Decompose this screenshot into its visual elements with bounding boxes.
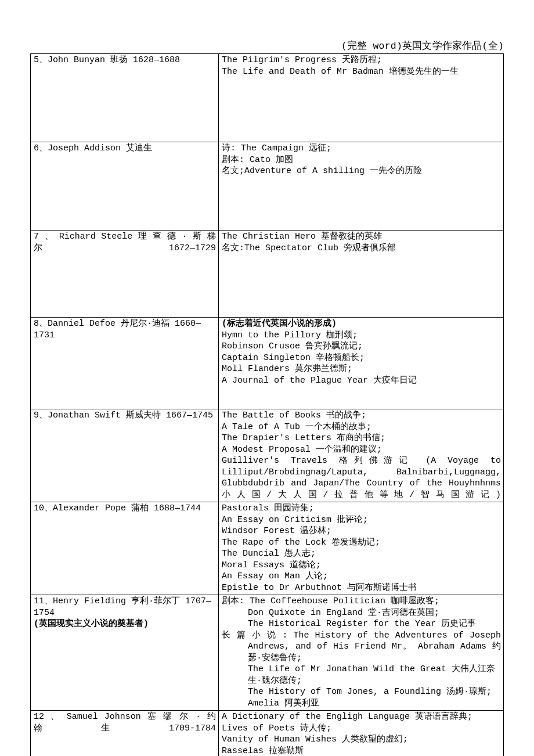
text-line: The Historical Register for the Year 历史记… <box>222 618 501 630</box>
text-line: The History of Tom Jones, a Foundling 汤姆… <box>222 686 501 698</box>
text-line: 11、Henry Fielding 亨利·菲尔丁 1707—1754 <box>34 596 216 618</box>
text-line: An Essay on Man 人论; <box>222 571 501 582</box>
page-header: (完整 word)英国文学作家作品(全) <box>30 39 504 52</box>
text-line: 10、Alexander Pope 蒲柏 1688—1744 <box>34 503 216 514</box>
works-cell: 诗: The Campaign 远征;剧本: Cato 加图名文;Adventu… <box>218 142 503 231</box>
author-cell: 11、Henry Fielding 亨利·菲尔丁 1707—1754 (英国现实… <box>31 595 219 711</box>
text-line: 剧本: Cato 加图 <box>222 154 501 166</box>
table-row: 11、Henry Fielding 亨利·菲尔丁 1707—1754 (英国现实… <box>31 595 504 711</box>
author-cell: 12 、 Samuel Johnson 塞 缪 尔 · 约 翰 生 1709-1… <box>31 711 219 757</box>
text-line: The Drapier's Letters 布商的书信; <box>222 433 501 444</box>
text-line: The Rape of the Lock 卷发遇劫记; <box>222 537 501 549</box>
text-line: A Journal of the Plague Year 大疫年日记 <box>222 375 501 387</box>
text-line: Amelia 阿美利亚 <box>222 698 501 710</box>
table-row: 5、John Bunyan 班扬 1628—1688The Pilgrim's … <box>31 54 504 142</box>
works-cell: A Dictionary of the Engligh Language 英语语… <box>218 711 503 757</box>
text-line: Epistle to Dr Arbuthnot 与阿布斯诺博士书 <box>222 582 501 594</box>
authors-table: 5、John Bunyan 班扬 1628—1688The Pilgrim's … <box>30 53 504 756</box>
text-line: 诗: The Campaign 远征; <box>222 143 501 154</box>
text-line: Guilliver's Travels 格列佛游记 (A Voyage to L… <box>222 455 501 501</box>
works-cell: (标志着近代英国小说的形成)Hymn to the Pillory 枷刑颂;Ro… <box>218 318 503 409</box>
text-line: The Pilgrim's Progress 天路历程; <box>222 55 501 66</box>
text-line: 8、Danniel Defoe 丹尼尔·迪福 1660—1731 <box>34 318 216 341</box>
text-line: The Life of Mr Jonathan Wild the Great 大… <box>222 664 501 686</box>
works-cell: The Battle of Books 书的战争;A Tale of A Tub… <box>218 409 503 502</box>
text-line: Robinson Crusoe 鲁宾孙飘流记; <box>222 341 501 352</box>
text-line: A Modest Proposal 一个温和的建议; <box>222 444 501 456</box>
text-line: Windsor Forest 温莎林; <box>222 525 501 537</box>
document-page: (完整 word)英国文学作家作品(全) 5、John Bunyan 班扬 16… <box>0 0 534 756</box>
author-cell: 9、Jonathan Swift 斯威夫特 1667—1745 <box>31 409 219 502</box>
author-cell: 8、Danniel Defoe 丹尼尔·迪福 1660—1731 <box>31 318 219 409</box>
table-row: 9、Jonathan Swift 斯威夫特 1667—1745The Battl… <box>31 409 504 502</box>
works-cell: The Christian Hero 基督教徒的英雄名文:The Spectat… <box>218 231 503 318</box>
text-line: Moll Flanders 莫尔弗兰德斯; <box>222 363 501 375</box>
table-row: 8、Danniel Defoe 丹尼尔·迪福 1660—1731 (标志着近代英… <box>31 318 504 409</box>
text-line: Moral Essays 道德论; <box>222 560 501 571</box>
author-cell: 6、Joseph Addison 艾迪生 <box>31 142 219 231</box>
text-line: Vanity of Human Wishes 人类欲望的虚幻; <box>222 734 501 746</box>
table-row: 12 、 Samuel Johnson 塞 缪 尔 · 约 翰 生 1709-1… <box>31 711 504 757</box>
text-line: 9、Jonathan Swift 斯威夫特 1667—1745 <box>34 410 216 422</box>
text-line: 名文;Adventure of A shilling 一先令的历险 <box>222 165 501 177</box>
text-line: An Essay on Criticism 批评论; <box>222 514 501 526</box>
text-line: 剧本: The Coffeehouse Politician 咖啡屋政客; <box>222 596 501 607</box>
table-row: 7 、 Richard Steele 理 查 德 · 斯 梯 尔 1672—17… <box>31 231 504 318</box>
text-line: The Battle of Books 书的战争; <box>222 410 501 422</box>
table-row: 6、Joseph Addison 艾迪生诗: The Campaign 远征;剧… <box>31 142 504 231</box>
text-line: The Christian Hero 基督教徒的英雄 <box>222 231 501 243</box>
table-row: 10、Alexander Pope 蒲柏 1688—1744Pastorals … <box>31 502 504 595</box>
text-line: Rasselas 拉塞勒斯 <box>222 746 501 757</box>
text-line: Pastorals 田园诗集; <box>222 503 501 514</box>
author-cell: 10、Alexander Pope 蒲柏 1688—1744 <box>31 502 219 595</box>
text-line: 名文:The Spectator Club 旁观者俱乐部 <box>222 243 501 254</box>
text-line: Hymn to the Pillory 枷刑颂; <box>222 330 501 341</box>
text-line: 12 、 Samuel Johnson 塞 缪 尔 · 约 翰 生 1709-1… <box>34 711 216 734</box>
text-line: (英国现实主义小说的奠基者) <box>34 618 216 630</box>
text-line: 5、John Bunyan 班扬 1628—1688 <box>34 55 216 66</box>
text-line: Captain Singleton 辛格顿船长; <box>222 352 501 364</box>
text-line: 7 、 Richard Steele 理 查 德 · 斯 梯 尔 1672—17… <box>34 231 216 254</box>
author-cell: 5、John Bunyan 班扬 1628—1688 <box>31 54 219 142</box>
text-line: A Tale of A Tub 一个木桶的故事; <box>222 422 501 433</box>
text-line: The Life and Death of Mr Badman 培德曼先生的一生 <box>222 66 501 78</box>
text-line: 6、Joseph Addison 艾迪生 <box>34 143 216 154</box>
text-line: Lives of Poets 诗人传; <box>222 723 501 735</box>
works-cell: The Pilgrim's Progress 天路历程;The Life and… <box>218 54 503 142</box>
works-cell: Pastorals 田园诗集;An Essay on Criticism 批评论… <box>218 502 503 595</box>
works-cell: 剧本: The Coffeehouse Politician 咖啡屋政客;Don… <box>218 595 503 711</box>
text-line: 长 篇 小 说 : The History of the Adventures … <box>222 630 501 664</box>
text-line: A Dictionary of the Engligh Language 英语语… <box>222 711 501 723</box>
text-line: The Duncial 愚人志; <box>222 548 501 560</box>
author-cell: 7 、 Richard Steele 理 查 德 · 斯 梯 尔 1672—17… <box>31 231 219 318</box>
text-line: Don Quixote in England 堂·吉诃德在英国; <box>222 607 501 619</box>
text-line: (标志着近代英国小说的形成) <box>222 318 501 330</box>
